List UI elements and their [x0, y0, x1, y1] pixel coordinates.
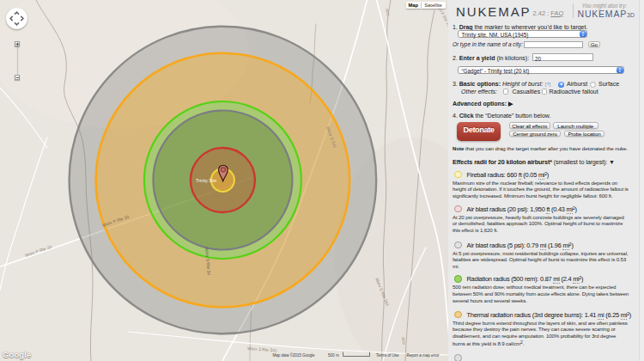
svg-text:Trinity Site: Trinity Site: [196, 178, 216, 183]
svg-text:4500: 4500: [401, 337, 406, 346]
